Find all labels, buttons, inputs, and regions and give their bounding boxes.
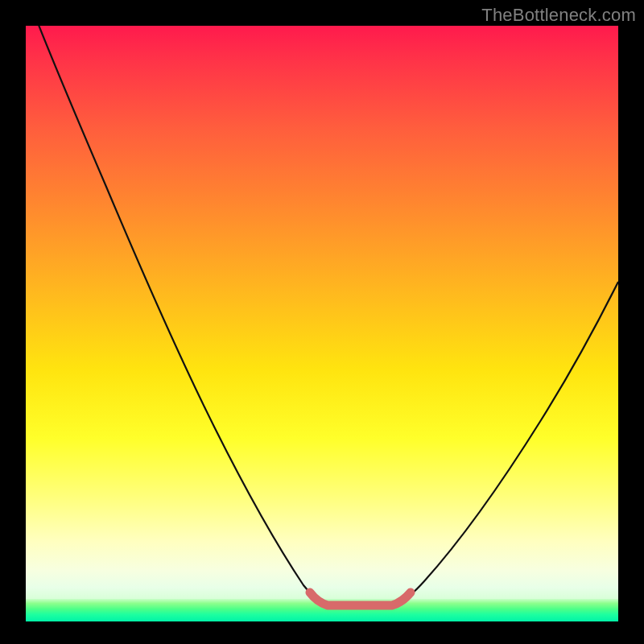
highlight-min-segment	[310, 592, 411, 605]
bottleneck-curve	[37, 26, 618, 605]
plot-area	[26, 26, 618, 621]
chart-frame: TheBottleneck.com	[0, 0, 644, 644]
curve-layer	[26, 26, 618, 621]
watermark-text: TheBottleneck.com	[481, 5, 636, 26]
